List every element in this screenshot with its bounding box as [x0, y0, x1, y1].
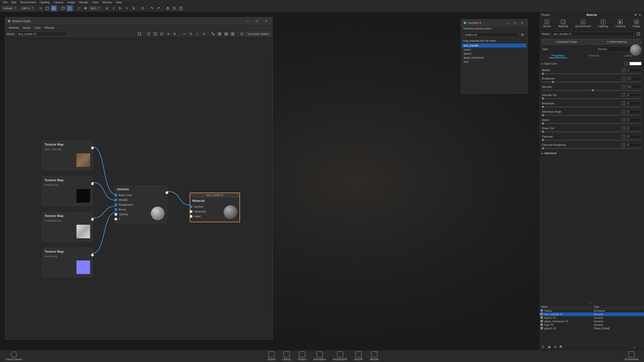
expand-icon[interactable]: ▸ — [542, 62, 543, 65]
input-port-add[interactable] — [114, 218, 117, 220]
dock-tab-keyvr[interactable]: KeyVR — [352, 351, 365, 361]
prop-slider[interactable] — [542, 123, 641, 124]
ks-item-glass1[interactable]: glass1 — [462, 52, 527, 56]
prop-value-input[interactable]: 0.1 — [626, 77, 641, 80]
slider-thumb[interactable] — [552, 81, 554, 83]
cloud-library-button[interactable]: Cloud Library — [3, 351, 24, 361]
material-row-base1-1[interactable]: base1 #1Generic — [539, 316, 644, 320]
node-texture-roughness[interactable]: Texture Map roughness.png — [42, 212, 93, 241]
mg-geometry-nodes-button[interactable]: Geometry Nodes — [246, 32, 271, 36]
first-frame-icon[interactable] — [104, 5, 110, 11]
material-row-glass1-1[interactable]: glass1 #1Glass (Solid) — [539, 327, 644, 330]
mg-align3-icon[interactable] — [194, 31, 200, 37]
material-preview-sphere[interactable] — [630, 44, 641, 56]
save-icon[interactable] — [178, 5, 184, 11]
grid-view-icon[interactable]: ▦ — [547, 345, 551, 349]
texture-picker-icon[interactable] — [621, 126, 625, 130]
mg-menu-window[interactable]: Window — [43, 26, 57, 29]
prop-value-input[interactable]: 0 — [626, 110, 641, 114]
output-port[interactable] — [91, 182, 94, 185]
output-port[interactable] — [166, 191, 168, 194]
menu-edit[interactable]: Edit — [10, 1, 18, 4]
mg-geom-icon[interactable] — [239, 31, 245, 37]
slider-thumb[interactable] — [542, 131, 544, 133]
last-frame-icon[interactable] — [130, 5, 136, 11]
node-texture-normal[interactable]: Texture Map normal.png — [42, 248, 93, 277]
prop-value-input[interactable]: 0 — [626, 68, 641, 72]
mg-menu-view[interactable]: View — [33, 26, 43, 29]
dock-tab-library[interactable]: Library — [280, 351, 293, 361]
material-graph-button[interactable]: ◫ Material Graph — [542, 39, 591, 44]
prop-value-input[interactable]: 0 — [626, 118, 641, 122]
tab-scene[interactable]: ◫Scene — [541, 19, 553, 29]
prop-value-input[interactable]: 0 — [626, 93, 641, 97]
prop-value-input[interactable]: 0 — [626, 126, 641, 130]
texture-picker-icon[interactable] — [621, 101, 625, 105]
lock-icon[interactable] — [165, 5, 171, 11]
ks-item-glass-enclosure[interactable]: glass_enclosure — [462, 56, 527, 60]
texture-picker-icon[interactable] — [621, 134, 625, 139]
prop-slider[interactable] — [542, 131, 641, 132]
prop-slider[interactable] — [542, 73, 641, 74]
prev-frame-icon[interactable] — [111, 5, 117, 11]
menu-lighting[interactable]: Lighting — [38, 1, 52, 4]
menu-render[interactable]: Render — [77, 1, 90, 4]
input-port-basecolor[interactable] — [114, 194, 117, 197]
ks-file-input[interactable] — [463, 32, 518, 37]
subtab-textures[interactable]: Textures — [586, 54, 602, 58]
output-port[interactable] — [91, 147, 94, 149]
slider-thumb[interactable] — [542, 98, 544, 100]
mg-layout2-icon[interactable] — [217, 31, 223, 37]
tumble-icon[interactable] — [67, 5, 73, 11]
mg-tool5-icon[interactable] — [172, 31, 178, 37]
redo-icon[interactable] — [155, 5, 162, 11]
sort-icon[interactable]: ⇅ — [553, 345, 557, 349]
input-port-surface[interactable] — [190, 205, 192, 208]
texture-picker-icon[interactable] — [624, 62, 628, 66]
texture-picker-icon[interactable] — [621, 68, 625, 72]
pause-icon[interactable] — [38, 5, 44, 11]
slider-thumb[interactable] — [542, 122, 544, 124]
prop-slider[interactable] — [542, 115, 641, 116]
slider-thumb[interactable] — [542, 139, 544, 141]
output-port[interactable] — [91, 218, 94, 221]
box-icon[interactable] — [171, 5, 177, 11]
mg-align4-icon[interactable] — [201, 31, 207, 37]
options-icon[interactable]: ⋮ — [638, 345, 642, 349]
output-port[interactable] — [91, 254, 94, 256]
undock-icon[interactable]: ⬈ — [633, 13, 638, 17]
slider-thumb[interactable] — [542, 106, 544, 108]
prop-value-input[interactable]: 0 — [626, 102, 641, 105]
mg-menu-material[interactable]: Material — [7, 26, 21, 29]
frame-input[interactable]: 80.0 — [89, 6, 101, 11]
prop-slider[interactable] — [542, 98, 641, 99]
subtab-properties[interactable]: Properties — [549, 54, 567, 58]
node-material-output[interactable]: arm_handle #1 Material Surface Geometry … — [190, 193, 240, 222]
fit-icon[interactable] — [76, 5, 82, 11]
prop-slider[interactable] — [542, 140, 641, 141]
texture-picker-icon[interactable] — [621, 76, 625, 80]
texture-picker-icon[interactable] — [621, 85, 625, 89]
input-port-bump[interactable] — [114, 208, 117, 211]
tab-image[interactable]: ▧Image — [631, 19, 642, 29]
input-port-roughness[interactable] — [114, 203, 117, 206]
close-icon[interactable]: ✕ — [518, 21, 526, 25]
maximize-icon[interactable]: ◻ — [511, 21, 518, 25]
tab-camera[interactable]: ◧Camera — [613, 19, 627, 29]
texture-picker-icon[interactable] — [621, 110, 625, 114]
ks-item-top1[interactable]: top1 — [462, 60, 527, 64]
dock-tab-animation[interactable]: Animation — [311, 351, 328, 361]
mg-menu-nodes[interactable]: Nodes — [21, 26, 33, 29]
loop-icon[interactable] — [140, 5, 146, 11]
zoom-select[interactable]: 100 % — [20, 6, 34, 11]
col-type[interactable]: Type — [592, 305, 644, 309]
prop-advanced[interactable]: ▸Advanced — [539, 150, 644, 156]
filter-icon[interactable]: ⌕ — [632, 345, 636, 349]
prop-slider[interactable] — [542, 148, 641, 149]
prop-value-input[interactable]: 0 — [626, 143, 641, 147]
node-generic[interactable]: Generic Base Color Metallic Roughness Bu… — [115, 186, 167, 223]
mg-tool4-icon[interactable] — [165, 31, 171, 37]
texture-picker-icon[interactable] — [621, 118, 625, 122]
save-icon[interactable] — [635, 31, 641, 37]
mg-tool1-icon[interactable] — [146, 31, 152, 37]
